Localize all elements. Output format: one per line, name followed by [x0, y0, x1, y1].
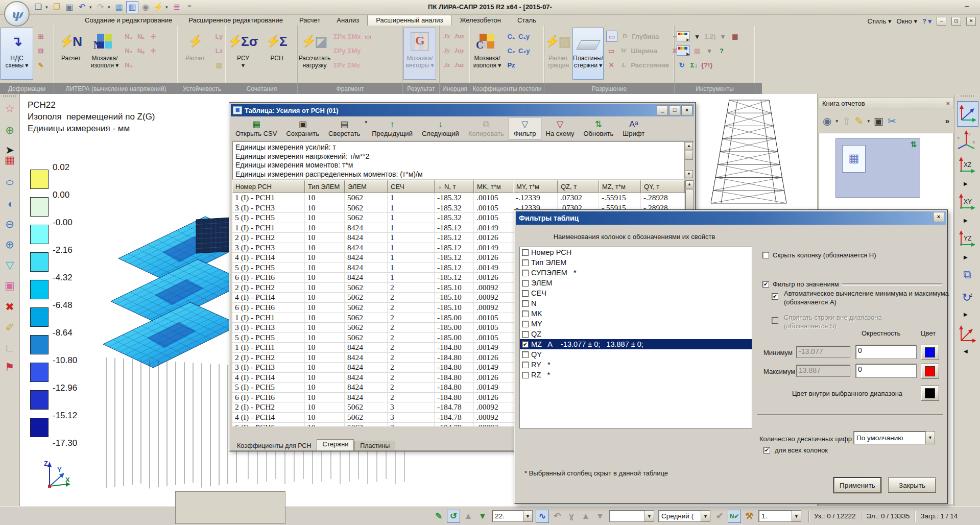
checkbox[interactable]: [522, 311, 529, 317]
redo-icon[interactable]: ↷: [95, 2, 106, 13]
restore-button[interactable]: ⊡: [951, 17, 961, 26]
hide-column-checkbox[interactable]: [762, 252, 769, 258]
ribbon-item-C₂[interactable]: C₂: [506, 45, 516, 56]
ribbon-item-ΣMy[interactable]: ΣMy: [348, 45, 361, 56]
axes-red-button[interactable]: [957, 323, 977, 344]
ribbon-small-icon[interactable]: ⊞: [36, 31, 46, 41]
plates-view-button[interactable]: ⧉: [957, 266, 977, 284]
ribbon-small-icon[interactable]: ⊟: [36, 45, 46, 56]
ribbon-item-▾[interactable]: ▾: [718, 31, 728, 41]
tab-Сталь[interactable]: Сталь: [509, 15, 544, 26]
bottom-tab-Коэффициенты для РСН[interactable]: Коэффициенты для РСН: [232, 440, 316, 450]
empty-combo[interactable]: ▼: [609, 510, 654, 522]
tab-Железобетон[interactable]: Железобетон: [451, 15, 509, 26]
ribbon-small-icon[interactable]: ▭: [363, 31, 373, 41]
ribbon-small-icon[interactable]: ▭: [606, 31, 617, 42]
app-minimize-button[interactable]: –: [965, 2, 969, 10]
ribbon-item-{?!}[interactable]: {?!}: [701, 60, 712, 70]
chart-icon[interactable]: ≣: [171, 2, 182, 13]
table-window-titlebar[interactable]: ▦ Таблица: Усилия от РСН (01) _□×: [231, 104, 694, 116]
ribbon-item-Juy[interactable]: Juy: [454, 45, 464, 56]
camera-icon[interactable]: ◉: [140, 2, 151, 13]
column-header-Тип ЭЛЕМ[interactable]: Тип ЭЛЕМ: [305, 180, 345, 193]
toolbar-grip[interactable]: [3, 96, 16, 99]
dropdown-icon[interactable]: ▾: [89, 5, 93, 10]
ribbon-item-ΣPz[interactable]: ΣPz: [333, 60, 345, 70]
column-header-QY, т[interactable]: QY, т: [641, 180, 685, 193]
layout-button[interactable]: ▤Сверстать: [324, 117, 365, 139]
half-select-icon[interactable]: ◖: [3, 197, 16, 210]
ribbon-button-РСУ[interactable]: ⚡ΣσРСУ▾: [227, 28, 259, 80]
column-header-СЕЧ[interactable]: СЕЧ: [388, 180, 435, 193]
ribbon-small-icon[interactable]: ✛: [148, 31, 158, 41]
colorbar-icon[interactable]: [677, 45, 690, 56]
filter-item-Номер РСН[interactable]: Номер РСН: [520, 247, 752, 257]
pan-zoom-icon[interactable]: ⊕: [3, 124, 16, 137]
dialog-close-button[interactable]: ×: [933, 212, 944, 222]
window-menu[interactable]: Окно ▾: [897, 17, 917, 25]
ribbon-item-D[interactable]: D: [619, 31, 630, 41]
ribbon-small-icon[interactable]: ✕: [606, 60, 616, 70]
snapshot-icon[interactable]: ◉: [823, 115, 831, 127]
tab-Создание и редактирование[interactable]: Создание и редактирование: [77, 15, 180, 26]
flyout-arrow-icon[interactable]: ◀: [964, 348, 968, 354]
colorbar-icon[interactable]: [677, 31, 690, 41]
column-header-MZ, т*м[interactable]: MZ, т*м: [599, 180, 641, 193]
ellipse-select-icon[interactable]: ○: [0, 176, 20, 189]
numbers-check-icon[interactable]: N✔: [728, 510, 741, 523]
checkbox[interactable]: [522, 351, 529, 358]
filter-button[interactable]: ▽Фильтр: [509, 117, 541, 139]
table-row[interactable]: 1 (I) - РСН11050621-185.32.00105-.12339.…: [232, 193, 694, 203]
note-icon[interactable]: ✎: [855, 115, 864, 127]
ribbon-item-Jx[interactable]: Jx: [442, 31, 452, 41]
next-step-icon[interactable]: ▼: [476, 510, 489, 522]
checkbox[interactable]: [522, 290, 529, 297]
ribbon-item-Σ↓[interactable]: Σ↓: [689, 60, 699, 70]
ribbon-button-Мозаика/[interactable]: GМозаика/векторы ▾: [403, 28, 436, 80]
filter-item-MY[interactable]: MY: [520, 319, 752, 329]
checkbox[interactable]: [522, 270, 529, 276]
flash-icon[interactable]: ⚡: [153, 2, 164, 13]
edit-mode-icon[interactable]: ✎: [433, 510, 445, 522]
column-header-ЭЛЕМ[interactable]: ЭЛЕМ: [345, 180, 388, 193]
dropdown-icon[interactable]: ▾: [108, 5, 112, 10]
save-report-icon[interactable]: ▣: [874, 115, 883, 127]
ribbon-small-icon[interactable]: ✎: [36, 60, 46, 70]
ribbon-item-Nₛ[interactable]: Nₛ: [136, 31, 146, 41]
column-header-N, т[interactable]: ▲N, т: [435, 180, 474, 193]
cut-icon[interactable]: ✂: [888, 115, 896, 127]
checkbox[interactable]: [522, 249, 529, 256]
tab-Расширенный анализ[interactable]: Расширенный анализ: [367, 15, 451, 26]
tab-Расчет[interactable]: Расчет: [291, 15, 328, 26]
ribbon-item-C₁[interactable]: C₁: [506, 31, 516, 41]
ribbon-item-▾[interactable]: ▾: [692, 31, 702, 41]
export-icon[interactable]: ⇧: [842, 115, 851, 127]
axes-icon[interactable]: ∟: [3, 341, 16, 354]
chevron-down-icon[interactable]: ▾: [835, 118, 838, 124]
dialog-titlebar[interactable]: Фильтры таблиц: [516, 211, 946, 225]
ribbon-item-1.2)[interactable]: 1.2): [704, 31, 715, 41]
ribbon-item-ΣMx[interactable]: ΣMx: [348, 31, 361, 41]
ribbon-button-Расчет[interactable]: ⚡NРасчет: [55, 28, 87, 80]
next-button[interactable]: ↓Следующий: [417, 117, 464, 139]
dropdown-icon[interactable]: ▾: [45, 5, 50, 10]
view-axes-button[interactable]: YZX: [957, 130, 977, 151]
filter-item-СЕЧ[interactable]: СЕЧ: [520, 288, 752, 298]
ribbon-button-НДС[interactable]: ↴НДСсхемы ▾: [1, 28, 33, 80]
ribbon-item-Jux[interactable]: Jux: [454, 31, 464, 41]
ribbon-item-N₃[interactable]: N₃: [124, 60, 134, 70]
overflow-icon[interactable]: ⁼: [184, 2, 195, 13]
lasso-star-icon[interactable]: ✫: [3, 102, 16, 115]
report-book-titlebar[interactable]: Книга отчетов ×: [819, 97, 953, 109]
checkbox[interactable]: [522, 280, 529, 287]
ribbon-item-Nₑ[interactable]: Nₑ: [136, 45, 146, 56]
prev-step-icon[interactable]: ▲: [462, 510, 474, 522]
build-icon[interactable]: ⚒: [743, 510, 755, 522]
open-csv-button[interactable]: ▦Открыть CSV: [231, 117, 281, 139]
up-icon[interactable]: ▲: [580, 510, 592, 522]
hide-rows-checkbox[interactable]: [772, 317, 778, 324]
ribbon-item-Расстояние[interactable]: Расстояние: [631, 60, 669, 70]
checkbox[interactable]: [522, 362, 529, 368]
copy-button[interactable]: ⧉Копировать: [464, 117, 509, 139]
checkbox[interactable]: [522, 259, 529, 266]
